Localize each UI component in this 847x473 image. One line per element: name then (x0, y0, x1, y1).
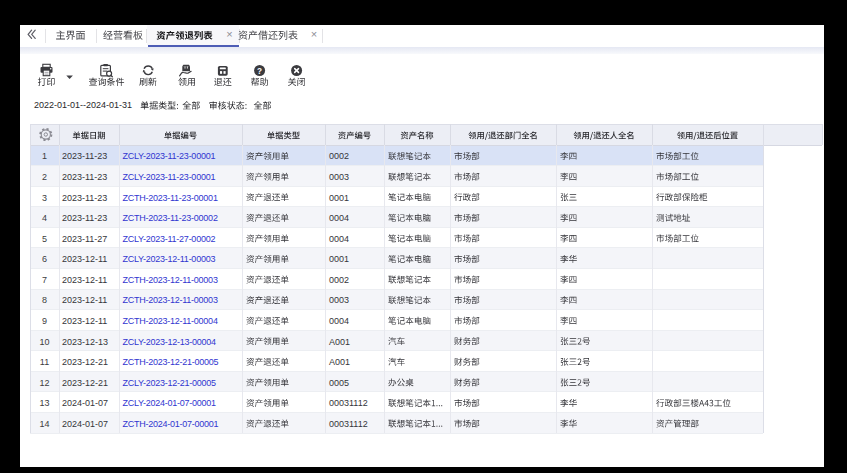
svg-text:?: ? (257, 67, 262, 76)
